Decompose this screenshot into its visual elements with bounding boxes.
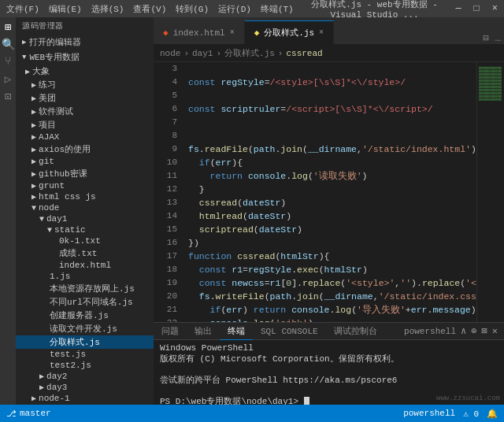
tree-item-test2js[interactable]: test2.js xyxy=(16,360,154,371)
breadcrumb-day1[interactable]: day1 xyxy=(192,49,213,58)
status-bar: ⎇ master powershell ⚠ 0 🔔 xyxy=(0,405,504,422)
tree-label: 0k-1.txt xyxy=(59,236,101,246)
git-branch-icon: ⎇ xyxy=(6,409,17,419)
menu-run[interactable]: 运行(D) xyxy=(218,3,251,15)
folder-icon: ▶ xyxy=(32,132,36,142)
tree-item-meituan[interactable]: ▶ 美团 xyxy=(16,91,154,105)
menu-bar[interactable]: 文件(F) 编辑(E) 选择(S) 查看(V) 转到(G) 运行(D) 终端(T… xyxy=(6,3,294,15)
search-icon[interactable]: 🔍 xyxy=(2,38,14,50)
terminal-split-icon[interactable]: ⊕ xyxy=(471,325,476,337)
breadcrumb-file[interactable]: 分取样式.js xyxy=(224,47,275,59)
menu-edit[interactable]: 编辑(E) xyxy=(49,3,82,15)
tab-indexhtml[interactable]: ◆ index.html × xyxy=(154,20,245,44)
web-section-arrow: ▼ xyxy=(22,54,26,61)
breadcrumb-sep: › xyxy=(183,49,189,58)
notifications-icon[interactable]: 🔔 xyxy=(487,409,498,419)
panel-tab-debug[interactable]: 调试控制台 xyxy=(326,323,385,340)
menu-select[interactable]: 选择(S) xyxy=(91,3,124,15)
open-editors-section[interactable]: ▶ 打开的编辑器 xyxy=(16,35,154,50)
terminal-type-label[interactable]: powershell xyxy=(403,409,455,419)
git-branch-label[interactable]: master xyxy=(20,409,51,418)
tree-item-duqu[interactable]: 读取文件开发.js xyxy=(16,322,154,335)
open-editors-label: 打开的编辑器 xyxy=(29,36,81,48)
menu-file[interactable]: 文件(F) xyxy=(6,3,39,15)
terminal-add-icon[interactable]: ∧ xyxy=(461,325,466,337)
tree-item-1js[interactable]: 1.js xyxy=(16,271,154,282)
tree-item-butourl[interactable]: 不同url不同域名.js xyxy=(16,295,154,309)
tree-item-bendiwendang[interactable]: 本地资源存放网上.js xyxy=(16,282,154,295)
breadcrumb-node[interactable]: node xyxy=(160,49,180,58)
tree-label: day2 xyxy=(46,372,67,381)
menu-goto[interactable]: 转到(G) xyxy=(176,3,209,15)
tree-item-static[interactable]: ▼ static xyxy=(16,224,154,235)
web-section[interactable]: ▼ WEB专用数据 xyxy=(16,50,154,65)
tree-label: 创建服务器.js xyxy=(50,309,109,321)
sidebar-header[interactable]: 源码管理器 xyxy=(16,17,154,35)
file-tree: ▶ 大象 ▶ 练习 ▶ 美团 ▶ 软件测试 ▶ 项目 xyxy=(16,65,154,405)
tree-label: static xyxy=(54,225,86,235)
terminal-line: 尝试新的跨平台 PowerShell https://aka.ms/pscore… xyxy=(160,374,498,386)
tree-item-lianxi[interactable]: ▶ 练习 xyxy=(16,78,154,91)
folder-icon: ▶ xyxy=(32,80,36,90)
run-icon[interactable]: ▷ xyxy=(2,72,14,85)
breadcrumb-symbol[interactable]: cssread xyxy=(286,49,322,58)
html-file-icon: ◆ xyxy=(163,28,169,38)
tree-label: index.html xyxy=(59,261,111,270)
tree-item-git[interactable]: ▶ git xyxy=(16,156,154,167)
tree-item-day1[interactable]: ▼ day1 xyxy=(16,213,154,224)
tree-item-chuangjian[interactable]: 创建服务器.js xyxy=(16,309,154,322)
tree-item-node[interactable]: ▼ node xyxy=(16,202,154,213)
tree-item-daxiang[interactable]: ▶ 大象 xyxy=(16,65,154,78)
extensions-icon[interactable]: ⊡ xyxy=(2,90,14,102)
panel-tabs: 问题 输出 终端 SQL CONSOLE 调试控制台 powershell ∧ … xyxy=(154,323,504,340)
tree-item-chengjitxt[interactable]: 成绩.txt xyxy=(16,246,154,260)
more-actions-icon[interactable]: … xyxy=(495,33,501,44)
window-controls[interactable]: — □ × xyxy=(455,3,498,14)
tree-item-day3[interactable]: ▶ day3 xyxy=(16,382,154,393)
panel-close-icon[interactable]: ✕ xyxy=(492,325,498,337)
editor-area: ◆ index.html × ◆ 分取样式.js × ⊟ … node › da… xyxy=(154,17,504,405)
tree-item-grunt[interactable]: ▶ grunt xyxy=(16,180,154,191)
tree-item-day2[interactable]: ▶ day2 xyxy=(16,371,154,382)
panel-tab-terminal[interactable]: 终端 xyxy=(220,323,253,340)
panel-tab-output[interactable]: 输出 xyxy=(187,323,220,340)
errors-icon[interactable]: ⚠ 0 xyxy=(463,409,479,419)
folder-icon: ▶ xyxy=(32,157,36,166)
panel-tab-sqlconsole[interactable]: SQL CONSOLE xyxy=(253,323,326,340)
menu-view[interactable]: 查看(V) xyxy=(133,3,166,15)
minimize-button[interactable]: — xyxy=(455,3,461,14)
tab-close-icon[interactable]: × xyxy=(230,28,235,37)
code-content[interactable]: const regStyle=/<style>[\s\S]*<\/style>/… xyxy=(182,62,476,322)
tree-item-axios[interactable]: ▶ axios的使用 xyxy=(16,143,154,156)
tree-item-test[interactable]: ▶ 软件测试 xyxy=(16,105,154,118)
maximize-button[interactable]: □ xyxy=(474,3,480,14)
tree-item-0k1txt[interactable]: 0k-1.txt xyxy=(16,235,154,246)
tree-item-testjs[interactable]: test.js xyxy=(16,349,154,360)
tree-label: 1.js xyxy=(50,272,70,281)
tab-fenquyangshi[interactable]: ◆ 分取样式.js × xyxy=(245,20,334,44)
breadcrumb-sep: › xyxy=(278,49,284,58)
menu-terminal[interactable]: 终端(T) xyxy=(261,3,294,15)
js-file-icon: ◆ xyxy=(254,28,260,38)
source-control-icon[interactable]: ⑂ xyxy=(2,55,14,68)
code-editor[interactable]: 3 4 5 6 7 8 9 10 11 12 13 14 15 16 17 18… xyxy=(154,62,504,322)
terminal-line: 版权所有 (C) Microsoft Corporation。保留所有权利。 xyxy=(160,353,498,365)
tree-item-github[interactable]: ▶ github密课 xyxy=(16,167,154,180)
folder-icon: ▶ xyxy=(32,394,36,403)
tree-label: day1 xyxy=(46,214,67,224)
tree-item-indexhtml[interactable]: index.html xyxy=(16,260,154,271)
tree-item-fenqu[interactable]: 分取样式.js xyxy=(16,335,154,349)
explorer-icon[interactable]: ⊞ xyxy=(2,20,14,33)
tree-label: 项目 xyxy=(39,119,56,131)
tab-close-icon[interactable]: × xyxy=(319,28,324,37)
tree-item-node1[interactable]: ▶ node-1 xyxy=(16,393,154,404)
minimap: ████████████████ ████████████████ ██████… xyxy=(476,62,504,322)
close-button[interactable]: × xyxy=(492,3,498,14)
tree-item-project[interactable]: ▶ 项目 xyxy=(16,118,154,131)
tree-item-ajax[interactable]: ▶ AJAX xyxy=(16,131,154,143)
tree-label: 大象 xyxy=(32,65,50,77)
panel-tab-problems[interactable]: 问题 xyxy=(154,323,187,340)
tree-item-htmlcssjs[interactable]: ▶ html css js xyxy=(16,191,154,202)
split-editor-icon[interactable]: ⊟ xyxy=(484,32,489,44)
terminal-kill-icon[interactable]: ⊠ xyxy=(482,325,487,337)
